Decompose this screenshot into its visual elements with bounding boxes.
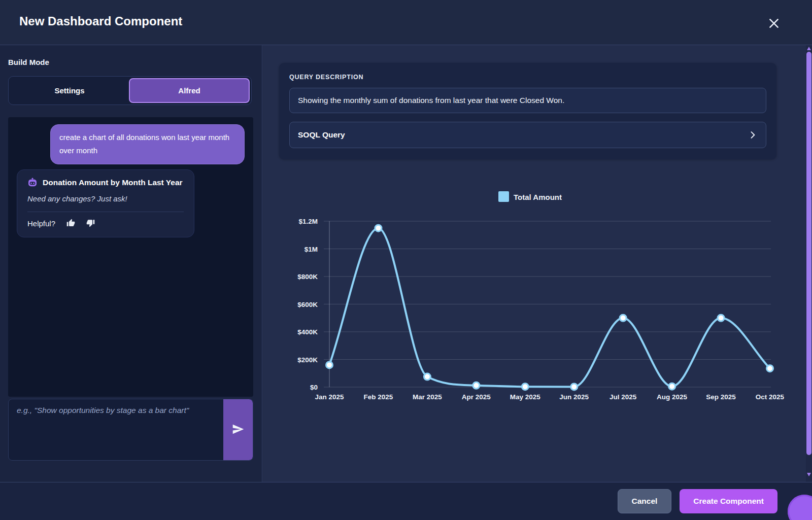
build-mode-label: Build Mode <box>8 58 49 66</box>
helpful-label: Helpful? <box>27 219 55 228</box>
chat-input[interactable] <box>9 399 223 460</box>
svg-text:Jan 2025: Jan 2025 <box>315 393 344 401</box>
svg-text:$1M: $1M <box>304 246 318 253</box>
svg-text:Apr 2025: Apr 2025 <box>462 393 491 401</box>
query-card: QUERY DESCRIPTION Showing the monthly su… <box>279 63 776 159</box>
cancel-button[interactable]: Cancel <box>618 489 672 513</box>
assistant-title: Donation Amount by Month Last Year <box>43 178 183 187</box>
user-message-bubble: create a chart of all donations won last… <box>50 124 245 164</box>
tab-alfred[interactable]: Alfred <box>129 78 250 103</box>
create-component-button[interactable]: Create Component <box>680 489 777 513</box>
svg-text:Mar 2025: Mar 2025 <box>413 393 442 401</box>
send-icon <box>231 423 245 437</box>
modal-footer: Cancel Create Component <box>0 482 812 520</box>
svg-text:$1.2M: $1.2M <box>298 218 318 225</box>
close-button[interactable] <box>766 16 782 32</box>
chevron-right-icon <box>748 130 758 140</box>
scrollbar-down-arrow-icon[interactable] <box>807 473 811 476</box>
chat-messages: create a chart of all donations won last… <box>8 117 253 397</box>
svg-text:Jul 2025: Jul 2025 <box>610 393 637 401</box>
svg-text:Total Amount: Total Amount <box>514 193 562 201</box>
query-description-text: Showing the monthly sum of donations fro… <box>289 88 766 113</box>
thumbs-up-icon <box>66 219 75 229</box>
modal-header: New Dashboard Component <box>0 0 812 45</box>
svg-text:$0: $0 <box>310 384 318 391</box>
scrollbar-thumb[interactable] <box>806 52 811 455</box>
query-description-label: QUERY DESCRIPTION <box>289 74 766 81</box>
preview-panel: $0$200K$400K$600K$800K$1M$1.2MJan 2025Fe… <box>263 45 806 482</box>
tab-settings[interactable]: Settings <box>10 78 129 103</box>
svg-text:Sep 2025: Sep 2025 <box>706 393 736 401</box>
alfred-chat: create a chart of all donations won last… <box>8 117 253 461</box>
svg-text:Aug 2025: Aug 2025 <box>657 393 688 401</box>
modal-body: Build Mode Settings Alfred create a char… <box>0 45 812 482</box>
close-icon <box>767 24 781 31</box>
scrollbar-up-arrow-icon[interactable] <box>807 47 811 50</box>
svg-text:$400K: $400K <box>297 328 318 336</box>
chat-input-row <box>8 399 253 461</box>
svg-text:$200K: $200K <box>297 356 318 364</box>
svg-text:May 2025: May 2025 <box>510 393 541 401</box>
svg-text:Feb 2025: Feb 2025 <box>364 393 393 401</box>
thumbs-down-button[interactable] <box>86 219 95 229</box>
build-mode-tabs: Settings Alfred <box>8 76 252 105</box>
soql-query-label: SOQL Query <box>298 130 345 140</box>
svg-text:Jun 2025: Jun 2025 <box>559 393 589 401</box>
thumbs-up-button[interactable] <box>66 219 75 229</box>
thumbs-down-icon <box>86 219 95 229</box>
svg-text:Oct 2025: Oct 2025 <box>756 393 785 401</box>
bot-icon <box>27 178 38 188</box>
svg-text:$600K: $600K <box>297 301 318 308</box>
page-title: New Dashboard Component <box>19 14 182 28</box>
soql-query-expander[interactable]: SOQL Query <box>289 122 766 148</box>
scrollbar-track[interactable] <box>806 45 812 482</box>
assistant-subtitle: Need any changes? Just ask! <box>27 194 184 203</box>
assistant-message-card: Donation Amount by Month Last Year Need … <box>17 169 194 237</box>
card-divider <box>27 212 184 212</box>
build-panel: Build Mode Settings Alfred create a char… <box>0 45 262 482</box>
svg-text:$800K: $800K <box>297 273 318 281</box>
send-button[interactable] <box>223 399 253 460</box>
